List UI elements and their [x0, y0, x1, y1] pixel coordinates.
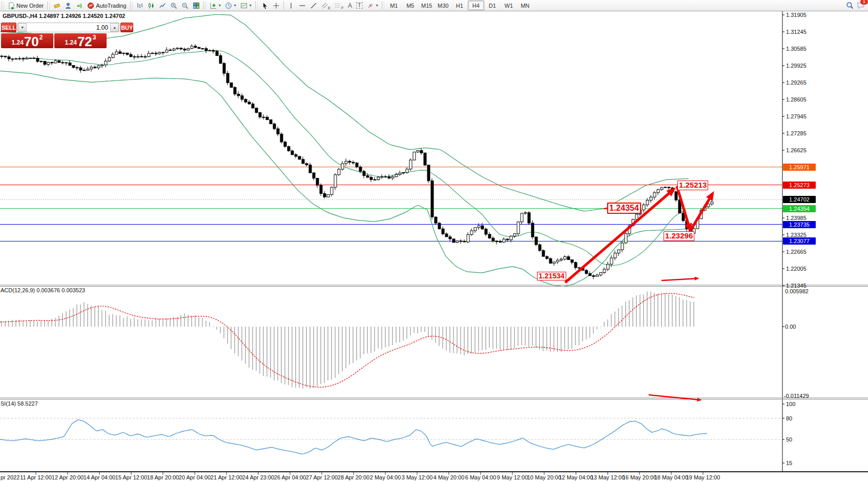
fibonacci-icon	[335, 2, 341, 9]
symbol-ohlc-info: GBPUSD-,H4 1.24897 1.24926 1.24520 1.247…	[3, 13, 125, 19]
templates-caret[interactable]: ▾	[250, 3, 252, 8]
macd-signal-line	[0, 293, 694, 387]
toolbar-drag-handle[interactable]	[255, 2, 258, 9]
new-order-button[interactable]: New Order	[6, 1, 46, 11]
new-order-label: New Order	[16, 3, 44, 9]
tile-windows-icon	[193, 2, 200, 9]
highlighter-icon	[53, 2, 60, 9]
one-click-trade-widget: SELL ▼ ▲ BUY 1.24 70 2 1.24 72 3	[1, 23, 107, 48]
text-tool-button[interactable]: A	[346, 1, 354, 11]
timeframe-mn-button[interactable]: MN	[517, 1, 533, 10]
rsi-indicator-label: SI(14) 58.5227	[1, 400, 38, 407]
tile-windows-button[interactable]	[191, 1, 202, 11]
timeframe-h4-button[interactable]: H4	[468, 1, 484, 10]
autotrading-label: AutoTrading	[96, 3, 127, 9]
timeframe-m5-button[interactable]: M5	[402, 1, 419, 10]
volume-down-button[interactable]: ▼	[18, 23, 27, 32]
timeframe-m30-button[interactable]: M30	[435, 1, 451, 10]
highlight-tool-button[interactable]	[51, 1, 63, 11]
notification-badge: 1	[860, 0, 868, 5]
price-annotation-1.21534[interactable]: 1.21534	[537, 272, 566, 280]
annotation-tick	[604, 208, 608, 209]
buy-price-prefix: 1.24	[65, 39, 77, 46]
person-icon	[65, 2, 72, 9]
sell-button[interactable]: SELL	[1, 23, 16, 32]
periods-caret[interactable]: ▾	[234, 3, 236, 8]
horizontal-line-icon	[299, 2, 306, 9]
price-annotation-1.23296[interactable]: 1.23296	[664, 231, 694, 241]
chart-bars-button[interactable]	[134, 1, 146, 11]
templates-button[interactable]: ▾	[238, 1, 254, 11]
bollinger-middle-band	[23, 50, 687, 265]
fibonacci-tool-button[interactable]: F	[333, 1, 346, 11]
timeframe-h1-button[interactable]: H1	[451, 1, 468, 10]
trend-arrows[interactable]	[565, 186, 713, 400]
buy-price-sup: 3	[93, 34, 96, 41]
horizontal-line-tool-button[interactable]	[297, 1, 308, 11]
buy-price-box[interactable]: 1.24 72 3	[54, 33, 107, 48]
macd-arrow[interactable]	[662, 278, 698, 280]
signal-icon	[76, 2, 83, 9]
vertical-line-icon	[287, 2, 295, 9]
toolbar-drag-handle[interactable]	[130, 2, 133, 9]
channel-letter: E	[328, 6, 330, 10]
bar-chart-icon	[136, 2, 143, 9]
toolbar-drag-handle[interactable]	[382, 2, 384, 9]
buy-button[interactable]: BUY	[120, 23, 133, 32]
macd-indicator-label: ACD(12,26,9) 0.003676 0.003523	[1, 287, 85, 293]
candlestick-icon	[148, 2, 155, 9]
chart-line-button[interactable]	[157, 1, 168, 11]
cursor-tool-button[interactable]	[259, 1, 271, 11]
arrows-tool-icon	[367, 2, 374, 9]
indicators-button[interactable]: ▾	[208, 1, 223, 11]
zoom-in-icon	[170, 2, 177, 9]
chart-candles-button[interactable]	[146, 1, 157, 11]
crosshair-tool-button[interactable]	[271, 1, 282, 11]
label-tool-button[interactable]: T	[354, 1, 365, 11]
trendline-tool-button[interactable]	[308, 1, 319, 11]
sell-price-box[interactable]: 1.24 70 2	[1, 33, 53, 48]
price-annotation-1.25213[interactable]: 1.25213	[677, 180, 708, 190]
trend-arrow-segment-2[interactable]	[691, 193, 713, 229]
line-chart-icon	[159, 2, 166, 9]
template-icon	[240, 2, 247, 9]
timeframe-d1-button[interactable]: D1	[484, 1, 501, 10]
bollinger-lower-band	[0, 71, 689, 286]
trendline-icon	[310, 2, 317, 9]
timeframe-m1-button[interactable]: M1	[386, 1, 402, 10]
indicators-icon	[210, 2, 217, 9]
rsi-panel[interactable]	[0, 418, 782, 454]
toolbar-drag-handle[interactable]	[203, 2, 206, 9]
macd-panel[interactable]	[0, 292, 694, 389]
toolbar-drag-handle[interactable]	[47, 2, 50, 9]
arrows-caret[interactable]: ▾	[376, 3, 378, 8]
price-annotation-1.24354[interactable]: 1.24354	[607, 203, 641, 214]
search-icon[interactable]	[846, 2, 854, 9]
volume-up-button[interactable]: ▲	[110, 23, 119, 32]
rsi-line	[0, 419, 707, 454]
label-tool-letter: T	[356, 2, 363, 9]
candlestick-series[interactable]	[1, 44, 713, 279]
fibonacci-letter: F	[341, 6, 344, 10]
timeframe-w1-button[interactable]: W1	[501, 1, 517, 10]
timeframe-m15-button[interactable]: M15	[419, 1, 435, 10]
panel-frame	[0, 11, 868, 475]
volume-input[interactable]	[27, 23, 110, 32]
chart-canvas[interactable]	[0, 0, 868, 482]
toolbar-drag-handle[interactable]	[2, 2, 4, 9]
main-toolbar: New Order AutoTrading	[0, 0, 868, 11]
timeframe-group: M1M5M15M30H1H4D1W1MN	[386, 1, 533, 10]
alerts-button[interactable]	[74, 1, 85, 11]
channel-icon	[321, 2, 328, 9]
chat-button[interactable]: 1	[857, 2, 865, 9]
indicators-caret[interactable]: ▾	[219, 3, 221, 8]
autotrading-icon	[87, 2, 94, 9]
autotrading-button[interactable]: AutoTrading	[85, 1, 129, 11]
arrows-tool-button[interactable]: ▾	[365, 1, 380, 11]
profile-button[interactable]	[63, 1, 74, 11]
zoom-in-button[interactable]	[168, 1, 179, 11]
zoom-out-button[interactable]	[179, 1, 191, 11]
periods-button[interactable]: ▾	[223, 1, 238, 11]
channel-tool-button[interactable]: E	[319, 1, 333, 11]
vertical-line-tool-button[interactable]	[285, 1, 297, 11]
